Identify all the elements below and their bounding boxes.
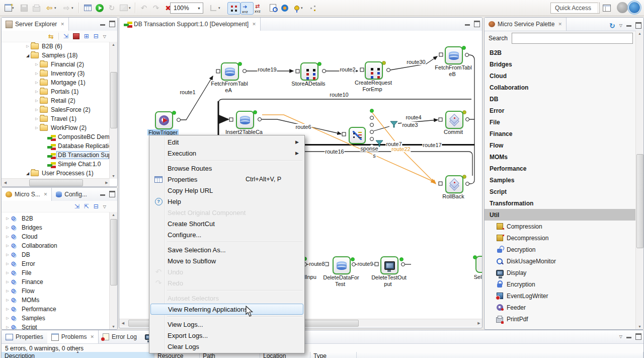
palette-item-feeder[interactable]: Feeder	[485, 302, 636, 313]
undo-button[interactable]: ↶	[138, 2, 150, 14]
route-label-route10[interactable]: route10	[329, 92, 349, 98]
scroll-thumb[interactable]	[29, 179, 83, 186]
close-icon[interactable]: ✕	[252, 22, 256, 27]
route-label-route30[interactable]: route30	[406, 59, 426, 65]
collapse-all-icon[interactable]: ⊟	[94, 33, 99, 40]
flow-node-fetchfromtableb[interactable]	[445, 46, 463, 64]
flow-node-deletedatafortest[interactable]	[333, 256, 351, 274]
synchronize-button[interactable]: ↻	[106, 2, 118, 14]
refresh-palette-icon[interactable]: ↻	[609, 22, 615, 30]
palette-category-util[interactable]: Util	[485, 209, 636, 221]
collapsed-twistie-icon[interactable]: ▷	[34, 62, 40, 66]
collapsed-twistie-icon[interactable]: ▷	[5, 226, 11, 230]
route-label-route8[interactable]: route8	[308, 261, 325, 267]
menu-item-browse-routes[interactable]: Browse Routes	[150, 163, 303, 174]
partial-node-right[interactable]	[476, 256, 482, 272]
palette-item-eventlogwriter[interactable]: EventLogWriter	[485, 290, 636, 302]
palette-item-encryption[interactable]: Encryption	[485, 278, 636, 290]
collapsed-twistie-icon[interactable]: ▷	[34, 81, 40, 85]
scroll-right-arrow[interactable]: ▶	[104, 181, 110, 185]
menu-item-copy-help-url[interactable]: Copy Help URL	[150, 185, 303, 196]
open-perspective-button[interactable]	[601, 2, 613, 14]
pin-dropdown-arrow[interactable]: ▾	[301, 6, 303, 10]
tree-item-simple-chat-1-0[interactable]: Simple Chat:1.0	[2, 160, 110, 169]
palette-category-cloud[interactable]: Cloud	[485, 70, 636, 82]
ms-tree-item-b2b[interactable]: ▷⚙B2B	[2, 214, 110, 223]
menu-item-autoset-selectors[interactable]: Autoset Selectors	[150, 293, 303, 304]
refresh-servers-icon[interactable]: ⇆	[48, 33, 54, 40]
tree-item-retail-2[interactable]: ▷Retail (2)	[2, 96, 110, 105]
import-icon[interactable]: ⇲	[74, 203, 79, 210]
back-button[interactable]: ⇦	[43, 2, 55, 14]
maximize-icon[interactable]	[635, 333, 641, 340]
minimize-icon[interactable]	[100, 194, 105, 197]
scroll-thumb[interactable]	[110, 72, 117, 128]
palette-category-transformation[interactable]: Transformation	[485, 197, 636, 209]
ms-tree-item-collaboration[interactable]: ▷⚙Collaboration	[2, 241, 110, 250]
minimize-icon[interactable]	[626, 337, 631, 340]
menu-item-help[interactable]: ?Help	[150, 196, 303, 207]
scroll-up-arrow[interactable]: ▲	[110, 213, 117, 217]
tree-item-db-transaction-suppo[interactable]: DB Transaction Suppo	[2, 151, 110, 160]
scroll-down-arrow[interactable]: ▼	[636, 325, 643, 328]
run-button[interactable]	[94, 2, 106, 14]
ms-tree-item-cloud[interactable]: ▷⚙Cloud	[2, 232, 110, 241]
column-header-description[interactable]: Description▲	[2, 352, 154, 358]
collapsed-twistie-icon[interactable]: ▷	[5, 244, 11, 248]
palette-category-script[interactable]: Script	[485, 186, 636, 197]
menu-item-select-original-component[interactable]: Select Original Component	[150, 207, 303, 218]
flow-node-selector[interactable]	[349, 127, 366, 144]
menu-item-clear-logs[interactable]: Clear Logs	[150, 341, 303, 352]
route-label-route16[interactable]: route16	[325, 149, 344, 155]
collapsed-twistie-icon[interactable]: ▷	[25, 44, 31, 48]
flow-node-rollback[interactable]	[445, 175, 463, 193]
collapsed-twistie-icon[interactable]: ▷	[5, 217, 11, 221]
back-dropdown-arrow[interactable]: ▾	[54, 6, 56, 10]
collapse-all-icon[interactable]: ⊟	[94, 203, 99, 210]
ms-tree-item-file[interactable]: ▷⚙File	[2, 268, 110, 277]
maximize-icon[interactable]	[635, 22, 641, 29]
scroll-down-arrow[interactable]: ▼	[110, 325, 117, 328]
export-image-button[interactable]	[118, 2, 130, 14]
view-menu-icon[interactable]: ▽	[103, 34, 106, 39]
expand-all-icon[interactable]: ⊞	[84, 33, 89, 40]
micro-services-vscrollbar[interactable]: ▲ ▼	[109, 212, 117, 329]
server-explorer-vscrollbar[interactable]: ▲ ▼	[109, 42, 117, 179]
scroll-left-arrow[interactable]: ◀	[119, 321, 127, 325]
route-label-self[interactable]: SelF	[473, 274, 482, 280]
tab-properties[interactable]: Properties	[2, 330, 47, 343]
scroll-up-arrow[interactable]: ▲	[636, 32, 643, 35]
collapsed-twistie-icon[interactable]: ▷	[34, 117, 40, 121]
palette-category-file[interactable]: File	[485, 116, 636, 128]
collapsed-twistie-icon[interactable]: ▷	[5, 325, 11, 329]
palette-vscrollbar[interactable]: ▲ ▼	[635, 31, 643, 329]
tree-item-b2b-6[interactable]: ▷B2B (6)	[2, 42, 110, 51]
server-explorer-hscrollbar[interactable]: ◀ ▶	[2, 178, 110, 186]
collapsed-twistie-icon[interactable]: ▷	[5, 289, 11, 293]
print-button[interactable]	[30, 2, 42, 14]
ms-tree-item-flow[interactable]: ▷⚙Flow	[2, 287, 110, 296]
menu-item-undo[interactable]: ↶Undo	[150, 266, 303, 277]
forward-dropdown-arrow[interactable]: ▾	[71, 6, 73, 10]
redo-button[interactable]: ↷	[150, 2, 162, 14]
new-dropdown-arrow[interactable]: ▾	[12, 6, 14, 10]
palette-category-collaboration[interactable]: Collaboration	[485, 82, 636, 93]
collapsed-twistie-icon[interactable]: ▷	[5, 262, 11, 266]
find-document-button[interactable]	[267, 2, 279, 14]
palette-category-moms[interactable]: MOMs	[485, 151, 636, 163]
tab-micro-services[interactable]: Micro S... ✕	[2, 188, 52, 201]
zoom-level-combo[interactable]: 100% ▼	[170, 3, 203, 14]
layout-button[interactable]	[207, 2, 219, 14]
route-label-route22[interactable]: route22	[391, 146, 411, 152]
check-resource-button[interactable]	[82, 2, 94, 14]
close-icon[interactable]: ✕	[90, 334, 94, 339]
maximize-icon[interactable]	[109, 21, 115, 27]
collapsed-twistie-icon[interactable]: ▷	[5, 316, 11, 320]
import-configured-icon[interactable]: ⇱	[84, 203, 89, 210]
scroll-down-arrow[interactable]: ▼	[110, 174, 117, 178]
palette-category-b2b[interactable]: B2B	[485, 47, 636, 58]
flow-node-fetchfromtablea[interactable]	[221, 62, 239, 81]
palette-category-db[interactable]: DB	[485, 93, 636, 105]
collapsed-twistie-icon[interactable]: ▷	[34, 90, 40, 94]
scroll-right-arrow[interactable]: ▶	[476, 321, 482, 325]
